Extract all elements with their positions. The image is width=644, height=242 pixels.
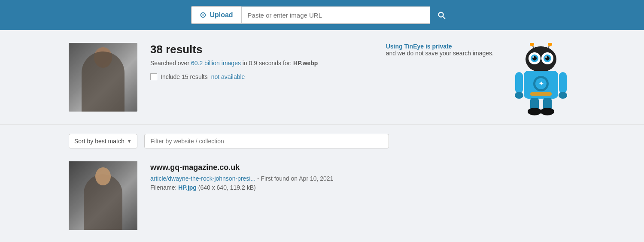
svg-point-21	[559, 92, 567, 99]
robot-area: ✦	[507, 43, 575, 116]
url-input[interactable]	[241, 6, 430, 24]
search-icon	[437, 10, 446, 20]
sort-chevron-icon: ▼	[127, 139, 132, 144]
results-list: www.gq-magazine.co.uk article/dwayne-the…	[0, 157, 644, 242]
query-filename: HP.webp	[293, 60, 318, 67]
include-label: Include 15 results	[161, 73, 208, 80]
searched-text: Searched over 60.2 billion images in 0.9…	[150, 60, 373, 67]
results-count: 38 results	[150, 43, 373, 56]
result-found-date: - First found on Apr 10, 2021	[255, 175, 333, 182]
thumb-head2	[95, 167, 111, 185]
searched-prefix: Searched over	[150, 60, 191, 67]
svg-rect-17	[530, 92, 552, 96]
sort-label: Sort by best match	[74, 138, 125, 145]
search-button[interactable]	[430, 6, 453, 24]
billion-images-link[interactable]: 60.2 billion images	[191, 60, 241, 67]
upload-icon: ⊙	[200, 10, 206, 20]
svg-point-12	[545, 56, 547, 58]
svg-point-11	[532, 56, 534, 58]
upload-label: Upload	[210, 11, 233, 19]
filename-prefix: Filename:	[150, 184, 178, 191]
filename-link[interactable]: HP.jpg	[178, 184, 197, 191]
svg-rect-18	[515, 72, 523, 94]
result-thumbnail	[69, 161, 137, 230]
result-url-row: article/dwayne-the-rock-johnson-presi...…	[150, 175, 333, 182]
privacy-block: Using TinEye is private and we do not sa…	[386, 43, 494, 57]
svg-text:✦: ✦	[538, 80, 544, 87]
result-url-link[interactable]: article/dwayne-the-rock-johnson-presi...	[150, 175, 255, 182]
filename-meta: (640 x 640, 119.2 kB)	[197, 184, 256, 191]
svg-rect-19	[559, 72, 567, 94]
svg-point-1	[530, 43, 534, 46]
svg-point-3	[548, 43, 552, 46]
svg-point-25	[541, 108, 554, 115]
result-details: www.gq-magazine.co.uk article/dwayne-the…	[150, 161, 333, 191]
svg-point-24	[528, 108, 541, 115]
filter-input[interactable]	[144, 134, 389, 148]
upload-button[interactable]: ⊙ Upload	[191, 6, 240, 24]
tineye-robot: ✦	[513, 43, 569, 116]
query-image	[69, 43, 137, 112]
results-info: 38 results Searched over 60.2 billion im…	[150, 43, 373, 80]
table-row: www.gq-magazine.co.uk article/dwayne-the…	[69, 161, 575, 230]
include-row: Include 15 results not available	[150, 73, 373, 80]
result-domain: www.gq-magazine.co.uk	[150, 163, 333, 172]
not-available-link[interactable]: not available	[211, 73, 245, 80]
svg-point-20	[515, 92, 523, 99]
person-silhouette	[82, 51, 125, 112]
include-checkbox[interactable]	[150, 73, 157, 80]
privacy-description: and we do not save your search images.	[386, 50, 494, 57]
results-section: 38 results Searched over 60.2 billion im…	[0, 30, 644, 125]
result-filename: Filename: HP.jpg (640 x 640, 119.2 kB)	[150, 184, 333, 191]
privacy-link[interactable]: Using TinEye is private	[386, 43, 452, 50]
header: ⊙ Upload	[0, 0, 644, 30]
filter-bar: Sort by best match ▼	[0, 125, 644, 157]
sort-dropdown[interactable]: Sort by best match ▼	[69, 134, 137, 148]
searched-suffix: in 0.9 seconds for:	[241, 60, 293, 67]
